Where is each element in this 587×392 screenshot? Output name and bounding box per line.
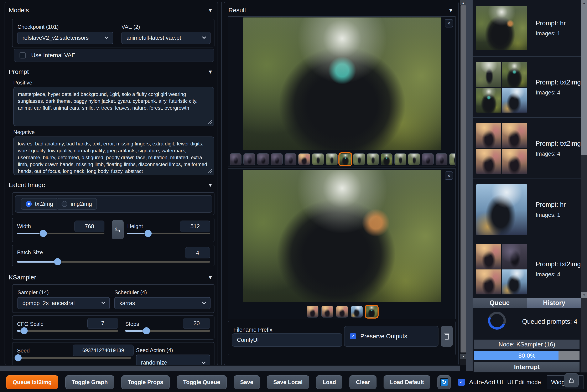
save-button[interactable]: Save — [234, 375, 260, 389]
scrollbar-thumb[interactable] — [581, 0, 587, 155]
history-item-thumbnail[interactable] — [476, 123, 527, 174]
gallery-thumbnail[interactable] — [243, 153, 255, 165]
gallery-thumbnail[interactable] — [298, 153, 310, 165]
gallery-thumbnail[interactable] — [285, 153, 296, 165]
gallery-thumbnail[interactable] — [436, 153, 447, 165]
seed-action-dropdown[interactable]: randomize — [136, 354, 210, 365]
gallery-thumbnail[interactable] — [312, 153, 324, 165]
gallery-thumbnail[interactable] — [230, 153, 241, 165]
height-slider[interactable] — [127, 232, 210, 234]
gallery-thumbnail-selected[interactable] — [339, 153, 351, 165]
toggle-queue-button[interactable]: Toggle Queue — [177, 375, 227, 389]
gallery-thumbnail[interactable] — [307, 306, 318, 318]
gallery-thumbnail[interactable] — [367, 153, 379, 165]
checkpoint-dropdown[interactable]: refslaveV2_v2.safetensors — [17, 32, 113, 44]
history-item-thumbnail[interactable] — [476, 6, 527, 50]
gallery-thumbnail[interactable] — [394, 153, 406, 165]
latent-section-title[interactable]: Latent Image — [9, 182, 45, 188]
scroll-up-icon[interactable]: ▲ — [581, 1, 587, 4]
tab-history[interactable]: History — [527, 298, 581, 308]
width-slider[interactable] — [17, 232, 104, 234]
ksampler-section-title[interactable]: KSampler — [9, 274, 36, 281]
vae-dropdown[interactable]: animefull-latest.vae.pt — [121, 32, 210, 44]
gallery-thumbnail[interactable] — [326, 153, 338, 165]
resize-grip-icon[interactable] — [208, 169, 212, 173]
cfg-scale-input[interactable] — [87, 318, 118, 329]
preserve-outputs-checkbox[interactable]: ✓ — [350, 333, 356, 339]
refresh-button[interactable]: ↻ — [438, 375, 451, 389]
result-collapse-icon[interactable]: ▼ — [448, 7, 454, 14]
toggle-graph-button[interactable]: Toggle Graph — [65, 375, 114, 389]
history-item-thumbnail[interactable] — [476, 184, 527, 235]
filename-prefix-input[interactable] — [232, 333, 342, 347]
use-internal-vae-checkbox[interactable] — [19, 52, 26, 58]
gallery-thumbnail[interactable] — [321, 306, 333, 318]
load-default-button[interactable]: Load Default — [384, 375, 431, 389]
swap-dimensions-button[interactable]: ⇆ — [112, 220, 123, 239]
history-item[interactable]: Prompt: txt2img Images: 4 — [473, 118, 581, 179]
negative-prompt-textarea[interactable]: lowres, bad anatomy, bad hands, text, er… — [13, 136, 214, 175]
gallery-thumbnail[interactable] — [381, 153, 393, 165]
main-vertical-scrollbar[interactable]: ▲ ▼ — [460, 0, 466, 365]
gallery-thumbnail[interactable] — [408, 153, 420, 165]
horizontal-scrollbar[interactable] — [0, 366, 460, 371]
clear-button[interactable]: Clear — [349, 375, 377, 389]
use-internal-vae-row[interactable]: Use Internal VAE — [14, 49, 214, 62]
history-item[interactable]: Prompt: hr Images: 1 — [473, 179, 581, 240]
gallery-thumbnail[interactable] — [336, 306, 348, 318]
result-image-2[interactable] — [243, 170, 441, 302]
close-icon[interactable]: × — [445, 19, 453, 28]
auto-add-ui-checkbox[interactable]: ✓ — [458, 379, 465, 386]
scheduler-dropdown[interactable]: karras — [114, 297, 210, 309]
toggle-props-button[interactable]: Toggle Props — [121, 375, 170, 389]
scroll-up-icon[interactable]: ▲ — [460, 0, 466, 6]
result-section-title[interactable]: Result — [228, 7, 246, 14]
radio-img2img[interactable]: img2img — [56, 198, 97, 210]
prompt-section-title[interactable]: Prompt — [9, 68, 29, 75]
cfg-scale-slider[interactable] — [17, 330, 118, 332]
queue-txt2img-button[interactable]: Queue txt2img — [6, 375, 58, 389]
seed-input[interactable] — [73, 344, 133, 356]
gallery-thumbnail[interactable] — [257, 153, 269, 165]
gallery-thumbnail-selected[interactable] — [366, 306, 378, 318]
gallery-thumbnail[interactable] — [449, 153, 456, 165]
interrupt-button[interactable]: Interrupt — [474, 362, 580, 372]
delete-output-button[interactable] — [441, 326, 453, 347]
history-item[interactable]: Prompt: txt2img Images: 4 — [473, 57, 581, 118]
ksampler-collapse-icon[interactable]: ▼ — [208, 274, 213, 281]
positive-prompt-textarea[interactable]: masterpiece, hyper detailed background, … — [13, 87, 214, 126]
gallery-thumbnail[interactable] — [353, 153, 365, 165]
left-panel-scroll-track[interactable] — [219, 2, 222, 365]
prompt-collapse-icon[interactable]: ▼ — [208, 69, 213, 75]
history-item[interactable]: Prompt: txt2img Images: 4 — [473, 240, 581, 298]
history-item[interactable]: Prompt: hr Images: 1 — [473, 0, 581, 56]
radio-txt2img[interactable]: txt2img — [21, 198, 58, 210]
latent-collapse-icon[interactable]: ▼ — [208, 182, 213, 188]
sidebar-scrollbar[interactable]: ▲ ▼ — [581, 0, 587, 372]
width-input[interactable] — [74, 220, 104, 232]
models-section-title[interactable]: Models — [9, 7, 29, 14]
scroll-down-icon[interactable]: ▼ — [460, 354, 466, 359]
batch-size-slider[interactable] — [17, 261, 210, 262]
history-item-thumbnail[interactable] — [476, 62, 527, 112]
result-image-1[interactable] — [243, 18, 441, 150]
models-collapse-icon[interactable]: ▼ — [208, 7, 213, 14]
steps-slider[interactable] — [125, 330, 210, 332]
gallery-thumbnail[interactable] — [351, 306, 363, 318]
preserve-outputs-row[interactable]: ✓ Preserve Outputs — [344, 326, 439, 347]
resize-grip-icon[interactable] — [208, 120, 212, 124]
tab-queue[interactable]: Queue — [473, 298, 527, 308]
scrollbar-thumb[interactable] — [461, 6, 466, 352]
history-item-thumbnail[interactable] — [476, 244, 527, 294]
load-button[interactable]: Load — [316, 375, 343, 389]
save-local-button[interactable]: Save Local — [267, 375, 309, 389]
batch-size-input[interactable] — [185, 247, 210, 258]
lock-ui-button[interactable] — [564, 373, 579, 388]
sampler-dropdown[interactable]: dpmpp_2s_ancestral — [17, 297, 110, 309]
height-input[interactable] — [180, 220, 210, 232]
close-icon[interactable]: × — [445, 172, 453, 180]
gallery-thumbnail[interactable] — [422, 153, 434, 165]
steps-input[interactable] — [183, 318, 210, 329]
scroll-down-icon[interactable]: ▼ — [581, 292, 587, 298]
gallery-thumbnail[interactable] — [271, 153, 283, 165]
